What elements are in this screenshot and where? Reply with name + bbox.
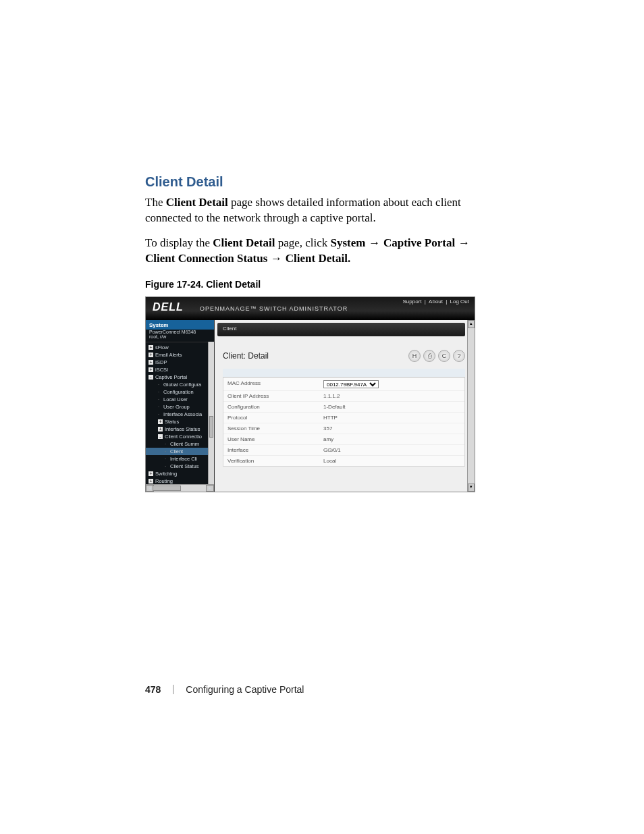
row-value: Gi3/0/1 [319,445,464,455]
breadcrumb: Client [217,323,465,336]
nav-item-label: Interface Associa [163,411,202,417]
nav-item[interactable]: ·Global Configura [146,381,214,388]
header-link[interactable]: Support [403,298,422,305]
nav-item[interactable]: -Captive Portal [146,373,214,381]
nav-item[interactable]: +Switching [146,470,214,477]
app-header: DELL OPENMANAGE™ SWITCH ADMINISTRATOR Su… [146,297,475,320]
nav-item-label: Interface Status [165,426,200,432]
header-links: Support | About | Log Out [402,298,469,305]
app-title: OPENMANAGE™ SWITCH ADMINISTRATOR [200,305,348,312]
nav-item[interactable]: +sFlow [146,344,214,351]
nav-tree[interactable]: System PowerConnect M6348 root, r/w +sFl… [146,320,215,492]
section-heading: Client Detail [145,174,479,190]
nav-item[interactable]: ·Client [146,448,214,455]
row-label: Configuration [223,402,319,412]
nav-item-label: Client Connectio [165,434,202,440]
refresh-icon[interactable]: C [438,350,450,362]
collapse-icon[interactable]: - [149,375,153,380]
nav-device-info: PowerConnect M6348 root, r/w [146,330,214,342]
nav-system-header[interactable]: System [146,320,214,330]
nav-item-label: Global Configura [163,382,201,388]
mac-address-select[interactable]: 0012.79BF.947A [323,380,379,388]
row-label: Session Time [223,423,319,434]
nav-item[interactable]: ·Local User [146,396,214,403]
row-label: Verification [223,456,319,466]
expand-icon[interactable]: + [149,367,153,372]
expand-icon[interactable]: + [149,360,153,365]
nav-path-paragraph: To display the Client Detail page, click… [145,236,479,267]
dell-logo: DELL [153,301,184,313]
nav-item[interactable]: ·Client Summ [146,440,214,448]
nav-item-label: ISDP [155,359,167,365]
nav-item-label: Captive Portal [155,374,187,380]
expand-icon[interactable]: + [149,479,153,484]
row-value: Local [319,456,464,466]
row-value: 1.1.1.2 [319,391,464,401]
save-icon[interactable]: H [408,350,421,362]
header-link[interactable]: Log Out [450,298,469,305]
table-row: Configuration1-Default [223,401,464,412]
nav-item[interactable]: ·Configuration [146,388,214,396]
nav-item[interactable]: +iSCSI [146,366,214,373]
scroll-right-icon[interactable]: ► [206,485,214,492]
row-value: HTTP [319,413,464,423]
collapse-icon[interactable]: - [158,434,163,439]
expand-icon[interactable]: + [149,471,153,476]
row-label: MAC Address [223,378,319,390]
nav-item-label: Status [165,419,179,425]
nav-vertical-scrollbar[interactable] [208,342,214,485]
page-footer: 478 Configuring a Captive Portal [145,684,479,695]
nav-item-label: Local User [163,396,188,402]
nav-item[interactable]: +Status [146,418,214,425]
nav-item[interactable]: ·Interface Associa [146,411,214,418]
chapter-title: Configuring a Captive Portal [186,684,304,695]
main-panel: Client Client: Detail H⎙C? MAC Address00… [215,320,475,492]
row-label: Interface [223,445,319,455]
nav-item-label: Interface Cli [170,456,197,462]
help-icon[interactable]: ? [453,350,465,362]
figure-caption: Figure 17-24. Client Detail [145,279,479,290]
nav-item-label: Client [170,448,183,454]
nav-item-label: Switching [155,471,177,477]
nav-item[interactable]: +Email Alerts [146,351,214,359]
row-label: Protocol [223,413,319,423]
expand-icon[interactable]: + [149,353,153,357]
page-number: 478 [145,684,161,695]
nav-item[interactable]: ·Interface Cli [146,455,214,463]
main-vertical-scrollbar[interactable]: ▴ ▾ [467,320,475,492]
expand-icon[interactable]: + [158,427,163,432]
table-row: Session Time357 [223,423,464,434]
nav-item[interactable]: ·User Group [146,403,214,411]
nav-item-label: iSCSI [155,367,168,373]
nav-item[interactable]: +Interface Status [146,425,214,433]
nav-item-label: User Group [163,404,190,410]
nav-item[interactable]: +ISDP [146,359,214,366]
section-tabs [223,369,465,377]
expand-icon[interactable]: + [149,345,153,350]
detail-table: MAC Address0012.79BF.947AClient IP Addre… [223,377,465,467]
scroll-down-icon[interactable]: ▾ [468,484,475,492]
row-label: Client IP Address [223,391,319,401]
nav-horizontal-scrollbar[interactable]: ◄ ► [146,484,214,492]
nav-item-label: Configuration [163,389,194,395]
row-label: User Name [223,434,319,444]
table-row: ProtocolHTTP [223,412,464,423]
table-row: VerificationLocal [223,455,464,466]
nav-item[interactable]: -Client Connectio [146,433,214,440]
header-link[interactable]: About [429,298,443,305]
nav-item-label: Email Alerts [155,352,182,358]
row-value: 357 [319,423,464,434]
expand-icon[interactable]: + [158,419,163,424]
intro-paragraph: The Client Detail page shows detailed in… [145,195,479,226]
screenshot: DELL OPENMANAGE™ SWITCH ADMINISTRATOR Su… [145,296,475,492]
table-row: MAC Address0012.79BF.947A [223,377,464,390]
table-row: InterfaceGi3/0/1 [223,444,464,455]
row-value: amy [319,434,464,444]
print-icon[interactable]: ⎙ [423,350,435,362]
nav-item[interactable]: ·Client Status [146,463,214,470]
nav-item-label: Client Status [170,463,199,469]
nav-item-label: sFlow [155,344,169,350]
scroll-up-icon[interactable]: ▴ [468,320,475,328]
row-value: 1-Default [319,402,464,412]
nav-item-label: Client Summ [170,441,199,447]
